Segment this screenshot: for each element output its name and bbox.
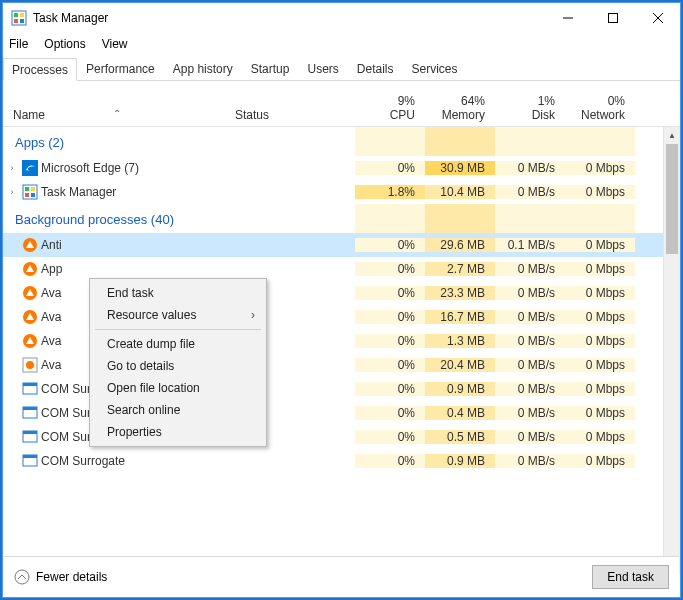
cell-memory: 20.4 MB [425, 358, 495, 372]
scroll-track[interactable] [664, 144, 680, 557]
cell-memory: 23.3 MB [425, 286, 495, 300]
table-row[interactable]: ›Task Manager1.8%10.4 MB0 MB/s0 Mbps [3, 180, 663, 204]
tab-performance[interactable]: Performance [77, 57, 164, 80]
menubar: File Options View [3, 33, 680, 55]
ctx-resource-values[interactable]: Resource values [93, 304, 263, 326]
cell-cpu: 0% [355, 382, 425, 396]
svg-rect-13 [25, 193, 29, 197]
cell-network: 0 Mbps [565, 358, 635, 372]
cell-cpu: 0% [355, 358, 425, 372]
ctx-end-task[interactable]: End task [93, 282, 263, 304]
ctx-create-dump[interactable]: Create dump file [93, 333, 263, 355]
cell-memory: 29.6 MB [425, 238, 495, 252]
cell-disk: 0 MB/s [495, 358, 565, 372]
sort-chevron-icon: ⌃ [113, 108, 121, 119]
svg-rect-14 [31, 193, 35, 197]
close-button[interactable] [635, 3, 680, 33]
ctx-go-details[interactable]: Go to details [93, 355, 263, 377]
svg-rect-12 [31, 187, 35, 191]
ctx-search-online[interactable]: Search online [93, 399, 263, 421]
cell-network: 0 Mbps [565, 262, 635, 276]
tab-services[interactable]: Services [403, 57, 467, 80]
svg-rect-25 [23, 407, 37, 410]
process-name: Anti [39, 238, 355, 252]
process-icon [21, 333, 39, 349]
cell-disk: 0 MB/s [495, 310, 565, 324]
table-row[interactable]: Anti0%29.6 MB0.1 MB/s0 Mbps [3, 233, 663, 257]
cell-disk: 0 MB/s [495, 334, 565, 348]
tab-processes[interactable]: Processes [3, 58, 77, 81]
cell-cpu: 0% [355, 334, 425, 348]
tab-apphistory[interactable]: App history [164, 57, 242, 80]
tab-startup[interactable]: Startup [242, 57, 299, 80]
cell-disk: 0 MB/s [495, 406, 565, 420]
fewer-details-toggle[interactable]: Fewer details [14, 569, 107, 585]
cell-network: 0 Mbps [565, 430, 635, 444]
ctx-properties[interactable]: Properties [93, 421, 263, 443]
tab-users[interactable]: Users [298, 57, 347, 80]
table-row[interactable]: ›Microsoft Edge (7)0%30.9 MB0 MB/s0 Mbps [3, 156, 663, 180]
group-header: Apps (2) [3, 127, 355, 156]
svg-rect-4 [20, 19, 24, 23]
tab-details[interactable]: Details [348, 57, 403, 80]
cell-disk: 0 MB/s [495, 262, 565, 276]
cell-disk: 0 MB/s [495, 286, 565, 300]
titlebar[interactable]: Task Manager [3, 3, 680, 33]
cell-disk: 0 MB/s [495, 161, 565, 175]
scrollbar[interactable]: ▲ ▼ [663, 127, 680, 574]
cell-disk: 0 MB/s [495, 185, 565, 199]
cell-network: 0 Mbps [565, 161, 635, 175]
header-disk[interactable]: 1%Disk [495, 94, 565, 122]
cell-disk: 0 MB/s [495, 430, 565, 444]
svg-rect-6 [608, 14, 617, 23]
svg-rect-3 [14, 19, 18, 23]
group-header: Background processes (40) [3, 204, 355, 233]
cell-cpu: 0% [355, 430, 425, 444]
menu-file[interactable]: File [9, 37, 28, 51]
menu-view[interactable]: View [102, 37, 128, 51]
cell-network: 0 Mbps [565, 334, 635, 348]
scroll-thumb[interactable] [666, 144, 678, 254]
svg-rect-29 [23, 455, 37, 458]
process-icon [21, 381, 39, 397]
cell-memory: 0.5 MB [425, 430, 495, 444]
cell-memory: 10.4 MB [425, 185, 495, 199]
maximize-button[interactable] [590, 3, 635, 33]
cell-cpu: 1.8% [355, 185, 425, 199]
process-icon [21, 285, 39, 301]
column-headers: ⌃ Name Status 9%CPU 64%Memory 1%Disk 0%N… [3, 81, 680, 127]
process-icon [21, 405, 39, 421]
cell-cpu: 0% [355, 310, 425, 324]
header-cpu[interactable]: 9%CPU [355, 94, 425, 122]
context-menu: End task Resource values Create dump fil… [89, 278, 267, 447]
header-status[interactable]: Status [235, 108, 355, 122]
end-task-button[interactable]: End task [592, 565, 669, 589]
cell-cpu: 0% [355, 406, 425, 420]
header-network[interactable]: 0%Network [565, 94, 635, 122]
cell-network: 0 Mbps [565, 382, 635, 396]
minimize-button[interactable] [545, 3, 590, 33]
cell-memory: 0.9 MB [425, 454, 495, 468]
expand-chevron-icon[interactable]: › [3, 163, 21, 173]
cell-disk: 0 MB/s [495, 382, 565, 396]
svg-rect-11 [25, 187, 29, 191]
table-row[interactable]: COM Surrogate0%0.9 MB0 MB/s0 Mbps [3, 449, 663, 473]
cell-disk: 0 MB/s [495, 454, 565, 468]
expand-chevron-icon[interactable]: › [3, 187, 21, 197]
process-icon [21, 453, 39, 469]
ctx-separator [95, 329, 261, 330]
cell-memory: 2.7 MB [425, 262, 495, 276]
cell-memory: 0.9 MB [425, 382, 495, 396]
tabstrip: Processes Performance App history Startu… [3, 57, 680, 81]
scroll-up-button[interactable]: ▲ [664, 127, 680, 144]
header-name[interactable]: ⌃ Name [3, 108, 235, 122]
menu-options[interactable]: Options [44, 37, 85, 51]
header-memory[interactable]: 64%Memory [425, 94, 495, 122]
cell-cpu: 0% [355, 262, 425, 276]
svg-point-30 [15, 570, 29, 584]
cell-cpu: 0% [355, 286, 425, 300]
cell-memory: 1.3 MB [425, 334, 495, 348]
ctx-open-file-location[interactable]: Open file location [93, 377, 263, 399]
cell-network: 0 Mbps [565, 310, 635, 324]
svg-rect-27 [23, 431, 37, 434]
